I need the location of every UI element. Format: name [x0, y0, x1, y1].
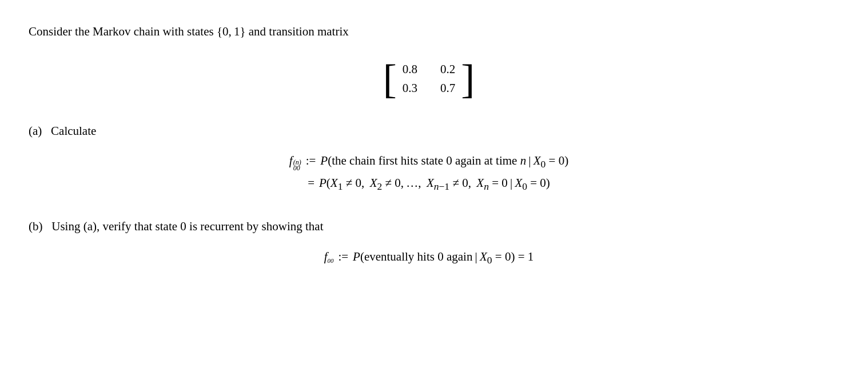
matrix-cell-11: 0.7 [440, 81, 455, 95]
part-a-formula: f (n) 00 := P(the chain first hits state… [29, 151, 829, 195]
matrix-values: 0.8 0.2 0.3 0.7 [403, 62, 456, 95]
matrix-cell-10: 0.3 [403, 81, 417, 95]
part-b-formula: f 00 := P(eventually hits 0 again | X0 =… [29, 247, 829, 269]
intro-text: Consider the Markov chain with states {0… [29, 23, 829, 41]
formula-line-2: = P(X1 ≠ 0, X2 ≠ 0, …, Xn−1 ≠ 0, Xn = 0 … [308, 176, 550, 193]
page-content: Consider the Markov chain with states {0… [29, 23, 829, 269]
left-bracket-icon: [ [383, 58, 397, 99]
right-bracket-icon: ] [461, 58, 475, 99]
formula-line-1: f (n) 00 := P(the chain first hits state… [289, 154, 568, 171]
f-symbol-compound: f (n) 00 [289, 154, 301, 171]
formula-b-line: f 00 := P(eventually hits 0 again | X0 =… [324, 250, 534, 266]
matrix-cell-00: 0.8 [403, 62, 417, 77]
part-a-label: (a) Calculate [29, 122, 829, 141]
part-b-block: (b) Using (a), verify that state 0 is re… [29, 218, 829, 269]
part-b-label: (b) Using (a), verify that state 0 is re… [29, 218, 829, 236]
transition-matrix: [ 0.8 0.2 0.3 0.7 ] [29, 58, 829, 99]
matrix-cell-01: 0.2 [440, 62, 455, 77]
